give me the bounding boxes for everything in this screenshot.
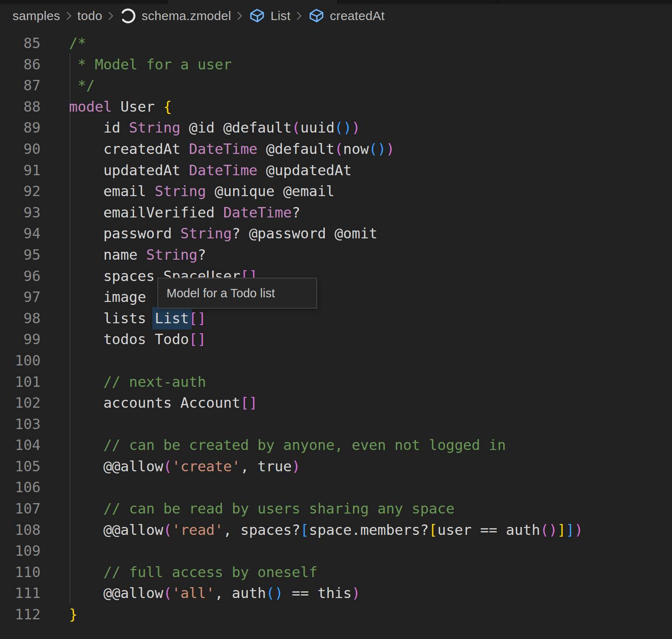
breadcrumb: samples todo schema.zmodel — [0, 4, 672, 28]
line-number[interactable]: 87 — [0, 75, 41, 96]
line-number[interactable]: 105 — [0, 456, 41, 477]
breadcrumb-label: createdAt — [330, 9, 385, 23]
code-token: ( — [292, 119, 300, 136]
line-number[interactable]: 108 — [0, 519, 41, 541]
code-line-text[interactable]: // next-auth — [41, 371, 206, 393]
code-line[interactable]: 94 password String? @password @omit — [0, 223, 672, 244]
code-line-text[interactable]: updatedAt DateTime @updatedAt — [41, 160, 352, 181]
code-line-text[interactable] — [41, 540, 69, 562]
code-line-text[interactable]: /* — [41, 33, 86, 54]
code-line[interactable]: 97 image — [0, 286, 672, 308]
tab-bar-strip[interactable] — [0, 0, 672, 4]
code-line-text[interactable]: image — [41, 286, 146, 308]
code-line[interactable]: 89 id String @id @default(uuid()) — [0, 117, 672, 138]
code-token: @id @default — [180, 119, 292, 136]
line-number[interactable]: 86 — [0, 54, 41, 75]
code-line-text[interactable]: id String @id @default(uuid()) — [41, 117, 360, 138]
line-number[interactable]: 103 — [0, 414, 41, 435]
code-line-text[interactable]: accounts Account[] — [41, 392, 257, 414]
line-number[interactable]: 110 — [0, 562, 41, 583]
line-number[interactable]: 89 — [0, 117, 41, 138]
code-line-text[interactable]: } — [41, 604, 77, 625]
line-number[interactable]: 97 — [0, 286, 41, 308]
line-number[interactable]: 92 — [0, 181, 41, 202]
code-line-text[interactable]: // can be created by anyone, even not lo… — [41, 435, 506, 456]
code-line[interactable]: 106 — [0, 477, 672, 498]
line-number[interactable]: 90 — [0, 138, 41, 160]
code-line[interactable]: 103 — [0, 414, 672, 435]
breadcrumb-item-createdat-symbol[interactable]: createdAt — [308, 8, 385, 24]
breadcrumb-item-todo[interactable]: todo — [77, 9, 103, 23]
line-number[interactable]: 107 — [0, 498, 41, 519]
line-number[interactable]: 111 — [0, 583, 41, 604]
code-line-text[interactable]: */ — [41, 75, 95, 96]
code-line[interactable]: 99 todos Todo[] — [0, 329, 672, 350]
chevron-right-icon — [296, 10, 302, 21]
active-tab-edge[interactable] — [167, 0, 337, 4]
line-number[interactable]: 96 — [0, 266, 41, 287]
code-line-text[interactable]: email String @unique @email — [41, 181, 335, 202]
code-line-text[interactable]: @@allow('create', true) — [41, 456, 300, 477]
code-line[interactable]: 93 emailVerified DateTime? — [0, 202, 672, 223]
code-line[interactable]: 88model User { — [0, 96, 672, 118]
code-token: , true — [240, 458, 292, 475]
code-line[interactable]: 87 */ — [0, 75, 672, 96]
breadcrumb-item-schema-zmodel[interactable]: schema.zmodel — [119, 7, 231, 25]
line-number[interactable]: 102 — [0, 392, 41, 414]
code-line[interactable]: 102 accounts Account[] — [0, 392, 672, 414]
line-number[interactable]: 109 — [0, 540, 41, 562]
line-number[interactable]: 101 — [0, 371, 41, 393]
line-number[interactable]: 85 — [0, 33, 41, 54]
code-line-text[interactable]: name String? — [41, 244, 206, 266]
line-number[interactable]: 100 — [0, 350, 41, 371]
code-line[interactable]: 108 @@allow('read', spaces?[space.member… — [0, 519, 672, 541]
line-number[interactable]: 91 — [0, 160, 41, 181]
code-line[interactable]: 98 lists List[] — [0, 308, 672, 329]
code-line-text[interactable]: @@allow('read', spaces?[space.members?[u… — [41, 519, 583, 541]
code-line-text[interactable] — [41, 414, 69, 435]
line-number[interactable]: 104 — [0, 435, 41, 456]
code-line[interactable]: 107 // can be read by users sharing any … — [0, 498, 672, 519]
code-token: [] — [189, 310, 206, 327]
code-editor[interactable]: 85/*86 * Model for a user87 */88model Us… — [0, 28, 672, 639]
code-line-text[interactable] — [41, 477, 69, 498]
code-line[interactable]: 85/* — [0, 33, 672, 54]
code-token: // can be read by users sharing any spac… — [69, 500, 454, 517]
code-line[interactable]: 101 // next-auth — [0, 371, 672, 393]
line-number[interactable]: 88 — [0, 96, 41, 118]
line-number[interactable]: 93 — [0, 202, 41, 223]
line-number[interactable]: 112 — [0, 604, 41, 625]
line-number[interactable]: 95 — [0, 244, 41, 266]
code-line[interactable]: 100 — [0, 350, 672, 371]
code-line[interactable]: 111 @@allow('all', auth() == this) — [0, 583, 672, 604]
code-line-text[interactable]: // can be read by users sharing any spac… — [41, 498, 454, 519]
code-line-text[interactable]: emailVerified DateTime? — [41, 202, 300, 223]
code-line-text[interactable]: // full access by oneself — [41, 562, 318, 583]
code-line-text[interactable]: model User { — [41, 96, 172, 118]
line-number[interactable]: 99 — [0, 329, 41, 350]
code-line-text[interactable]: todos Todo[] — [41, 329, 206, 350]
line-number[interactable]: 106 — [0, 477, 41, 498]
code-line-text[interactable] — [41, 350, 69, 371]
code-line[interactable]: 110 // full access by oneself — [0, 562, 672, 583]
code-line-text[interactable]: createdAt DateTime @default(now()) — [41, 138, 395, 160]
breadcrumb-item-samples[interactable]: samples — [13, 9, 60, 23]
breadcrumb-item-list-symbol[interactable]: List — [248, 8, 290, 24]
code-line[interactable]: 90 createdAt DateTime @default(now()) — [0, 138, 672, 160]
line-number[interactable]: 98 — [0, 308, 41, 329]
code-line[interactable]: 91 updatedAt DateTime @updatedAt — [0, 160, 672, 181]
line-number[interactable]: 94 — [0, 223, 41, 244]
code-line[interactable]: 92 email String @unique @email — [0, 181, 672, 202]
symbol-cube-icon — [248, 8, 266, 24]
code-line[interactable]: 112} — [0, 604, 672, 625]
code-line-text[interactable]: password String? @password @omit — [41, 223, 377, 244]
code-line[interactable]: 96 spaces SpaceUser[] — [0, 266, 672, 287]
code-line[interactable]: 95 name String? — [0, 244, 672, 266]
code-line-text[interactable]: * Model for a user — [41, 54, 232, 75]
code-line-text[interactable]: @@allow('all', auth() == this) — [41, 583, 360, 604]
code-line[interactable]: 86 * Model for a user — [0, 54, 672, 75]
code-line[interactable]: 109 — [0, 540, 672, 562]
code-line-text[interactable]: lists List[] — [41, 308, 206, 329]
code-line[interactable]: 105 @@allow('create', true) — [0, 456, 672, 477]
code-line[interactable]: 104 // can be created by anyone, even no… — [0, 435, 672, 456]
